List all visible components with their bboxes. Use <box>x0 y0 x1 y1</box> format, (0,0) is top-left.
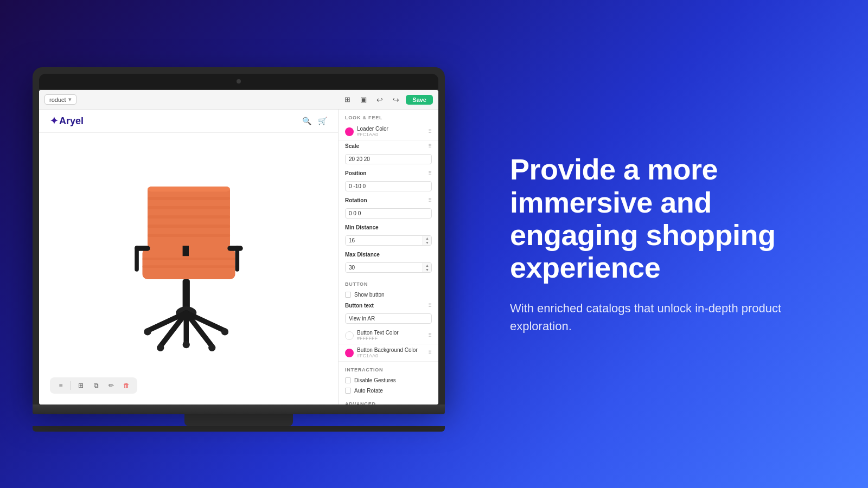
copy-tool-icon[interactable]: ⧉ <box>91 380 101 391</box>
show-button-row: Show button <box>339 290 438 300</box>
laptop-mockup: roduct ▾ ⊞ ▣ ↩ ↪ Save ✦ <box>33 67 445 432</box>
frame-icon[interactable]: ⊞ <box>341 93 354 106</box>
search-icon[interactable]: 🔍 <box>302 117 311 125</box>
svg-rect-6 <box>148 187 230 192</box>
logo-symbol: ✦ <box>50 115 58 127</box>
svg-rect-15 <box>182 279 189 310</box>
breadcrumb-arrow: ▾ <box>68 96 72 103</box>
breadcrumb-text: roduct <box>49 97 66 103</box>
interaction-section-header: INTERACTION <box>339 362 438 375</box>
button-text-color-dot[interactable] <box>345 331 354 340</box>
svg-rect-8 <box>142 258 235 260</box>
save-button[interactable]: Save <box>406 95 433 105</box>
preview-bottom-toolbar: ≡ ⊞ ⧉ ✏ 🗑 <box>50 377 137 394</box>
min-distance-up[interactable]: ▲ <box>425 236 429 240</box>
max-distance-arrows: ▲ ▼ <box>423 263 431 272</box>
show-button-checkbox[interactable] <box>345 292 351 298</box>
breadcrumb[interactable]: roduct ▾ <box>44 94 76 105</box>
svg-rect-3 <box>148 215 230 219</box>
max-distance-up[interactable]: ▲ <box>425 264 429 267</box>
disable-gestures-label: Disable Gestures <box>354 377 396 383</box>
hero-subtext: With enriched catalogs that unlock in-de… <box>510 299 835 335</box>
scale-drag[interactable]: ⠿ <box>428 143 432 149</box>
rotation-input-row <box>339 206 438 222</box>
button-text-drag[interactable]: ⠿ <box>428 303 432 309</box>
redo-icon[interactable]: ↪ <box>390 93 403 106</box>
edit-tool-icon[interactable]: ✏ <box>106 380 117 391</box>
app-toolbar: roduct ▾ ⊞ ▣ ↩ ↪ Save <box>39 90 438 110</box>
button-section-header: BUTTON <box>339 276 438 290</box>
button-text-color-row: Button Text Color #FFFFFF ⠿ <box>339 327 438 344</box>
grid-tool-icon[interactable]: ⊞ <box>75 380 86 391</box>
min-distance-title-row: Min Distance <box>339 222 438 233</box>
rotation-title-row: Rotation ⠿ <box>339 195 438 206</box>
svg-rect-14 <box>235 246 239 272</box>
list-tool-icon[interactable]: ≡ <box>55 380 66 391</box>
preview-nav-icons: 🔍 🛒 <box>302 117 327 125</box>
button-text-input[interactable] <box>345 313 432 324</box>
settings-panel: LOOK & FEEL Loader Color #FC1AA0 ⠿ Scale <box>338 110 438 404</box>
max-distance-input-row: ▲ ▼ <box>339 260 438 276</box>
max-distance-title-row: Max Distance <box>339 249 438 260</box>
position-input[interactable] <box>345 181 432 191</box>
show-button-label: Show button <box>354 292 385 298</box>
auto-rotate-row: Auto Rotate <box>339 386 438 396</box>
laptop-camera <box>237 79 241 84</box>
svg-rect-9 <box>142 265 235 268</box>
undo-icon[interactable]: ↩ <box>373 93 386 106</box>
button-bg-color-row: Button Background Color #FC1AA0 ⠿ <box>339 344 438 362</box>
auto-rotate-checkbox[interactable] <box>345 388 351 394</box>
right-content: Provide a more immersive and engaging sh… <box>467 153 835 335</box>
min-distance-input[interactable] <box>346 236 423 245</box>
position-drag[interactable]: ⠿ <box>428 170 432 176</box>
laptop-base <box>33 404 445 414</box>
toolbar-icons: ⊞ ▣ ↩ ↪ Save <box>341 93 433 106</box>
svg-rect-2 <box>148 206 230 209</box>
max-distance-down[interactable]: ▼ <box>425 268 429 272</box>
rotation-input[interactable] <box>345 208 432 219</box>
disable-gestures-checkbox[interactable] <box>345 377 351 383</box>
button-bg-color-dot[interactable] <box>345 349 354 357</box>
tool-divider <box>71 381 71 390</box>
max-distance-input-container: ▲ ▼ <box>345 262 432 273</box>
delete-tool-icon[interactable]: 🗑 <box>121 380 132 391</box>
position-input-row <box>339 179 438 195</box>
laptop-stand <box>184 414 293 426</box>
laptop-outer: roduct ▾ ⊞ ▣ ↩ ↪ Save ✦ <box>33 67 445 404</box>
svg-rect-5 <box>148 234 230 237</box>
advanced-section-header: ADVANCED <box>339 396 438 404</box>
svg-rect-1 <box>148 197 230 200</box>
view-icon[interactable]: ▣ <box>357 93 370 106</box>
rotation-drag[interactable]: ⠿ <box>428 197 432 203</box>
scale-input-row <box>339 152 438 168</box>
scale-title-row: Scale ⠿ <box>339 140 438 152</box>
laptop-foot <box>33 426 445 432</box>
svg-point-24 <box>157 344 164 351</box>
chair-illustration <box>102 166 276 372</box>
button-text-input-row <box>339 311 438 327</box>
svg-point-22 <box>144 328 151 335</box>
button-text-color-drag[interactable]: ⠿ <box>428 332 432 338</box>
min-distance-down[interactable]: ▼ <box>425 241 429 245</box>
button-bg-color-drag[interactable]: ⠿ <box>428 350 432 356</box>
laptop-camera-bar <box>39 74 438 89</box>
svg-point-26 <box>182 341 189 348</box>
loader-color-dot[interactable] <box>345 127 354 136</box>
button-text-color-label: Button Text Color #FFFFFF <box>357 330 425 341</box>
position-title-row: Position ⠿ <box>339 168 438 179</box>
loader-color-drag[interactable]: ⠿ <box>428 129 432 134</box>
app-logo: ✦ Aryel <box>50 115 84 127</box>
loader-color-label: Loader Color #FC1AA0 <box>357 126 425 137</box>
hero-headline: Provide a more immersive and engaging sh… <box>510 153 835 284</box>
scale-input[interactable] <box>345 154 432 164</box>
preview-panel: ✦ Aryel 🔍 🛒 <box>39 110 338 404</box>
loader-color-row: Loader Color #FC1AA0 ⠿ <box>339 123 438 140</box>
preview-nav: ✦ Aryel 🔍 🛒 <box>39 110 338 133</box>
app-content: ✦ Aryel 🔍 🛒 <box>39 110 438 404</box>
min-distance-arrows: ▲ ▼ <box>423 236 431 245</box>
auto-rotate-label: Auto Rotate <box>354 388 383 394</box>
svg-rect-4 <box>148 224 230 228</box>
disable-gestures-row: Disable Gestures <box>339 375 438 386</box>
cart-icon[interactable]: 🛒 <box>318 117 327 125</box>
max-distance-input[interactable] <box>346 263 423 272</box>
